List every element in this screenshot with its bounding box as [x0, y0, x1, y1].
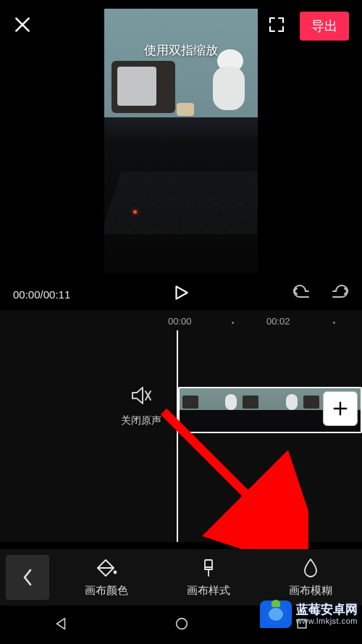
close-button[interactable]: [13, 15, 32, 37]
mute-button[interactable]: [130, 385, 152, 409]
redo-button[interactable]: [329, 284, 349, 304]
svg-point-8: [113, 570, 117, 574]
canvas-color-tool[interactable]: 画布颜色: [55, 558, 157, 598]
tool-label: 画布颜色: [85, 584, 128, 598]
add-clip-button[interactable]: [323, 391, 358, 426]
time-display: 00:00/00:11: [13, 288, 70, 301]
chevron-left-icon: [21, 567, 34, 587]
playhead[interactable]: [177, 330, 178, 542]
mute-icon: [130, 385, 152, 406]
ruler-tick: 00:00: [168, 316, 192, 327]
clip-thumbnail[interactable]: [240, 388, 300, 432]
header: 导出: [0, 0, 362, 52]
plus-icon: [332, 401, 348, 417]
playback-bar: 00:00/00:11: [0, 277, 362, 311]
sys-recent-button[interactable]: [295, 616, 309, 634]
fullscreen-button[interactable]: [268, 16, 285, 36]
triangle-back-icon: [53, 616, 69, 632]
system-nav: [0, 606, 362, 644]
tool-label: 画布样式: [187, 584, 230, 598]
svg-marker-2: [177, 286, 188, 298]
clip-thumbnail[interactable]: [180, 388, 240, 432]
svg-rect-9: [205, 560, 212, 567]
svg-rect-13: [298, 619, 306, 628]
paint-bucket-icon: [96, 558, 117, 578]
droplet-icon: [302, 558, 319, 578]
svg-point-12: [177, 618, 188, 629]
redo-icon: [329, 284, 349, 301]
sys-back-button[interactable]: [53, 616, 69, 635]
sys-home-button[interactable]: [174, 616, 190, 635]
square-recent-icon: [295, 616, 309, 631]
export-button[interactable]: 导出: [300, 12, 349, 41]
ruler-dot: [232, 322, 234, 324]
canvas-blur-tool[interactable]: 画布模糊: [260, 558, 362, 598]
brush-icon: [198, 558, 219, 578]
undo-icon: [292, 284, 313, 301]
mute-label: 关闭原声: [121, 414, 161, 427]
play-icon: [172, 283, 190, 302]
tool-label: 画布模糊: [289, 584, 332, 598]
undo-button[interactable]: [292, 284, 313, 304]
ruler-tick: 00:02: [266, 316, 290, 327]
ruler-dot: [333, 322, 335, 324]
back-button[interactable]: [6, 555, 49, 600]
play-button[interactable]: [172, 283, 190, 305]
close-icon: [13, 15, 32, 34]
time-ruler[interactable]: 00:00 00:02: [0, 310, 362, 332]
bottom-toolbar: 画布颜色 画布样式 画布模糊: [0, 549, 362, 606]
svg-marker-3: [132, 388, 143, 403]
circle-home-icon: [174, 616, 190, 632]
timeline[interactable]: 00:00 00:02 关闭原声: [0, 310, 362, 542]
svg-marker-11: [56, 618, 64, 629]
canvas-style-tool[interactable]: 画布样式: [157, 558, 259, 598]
fullscreen-icon: [268, 16, 285, 33]
